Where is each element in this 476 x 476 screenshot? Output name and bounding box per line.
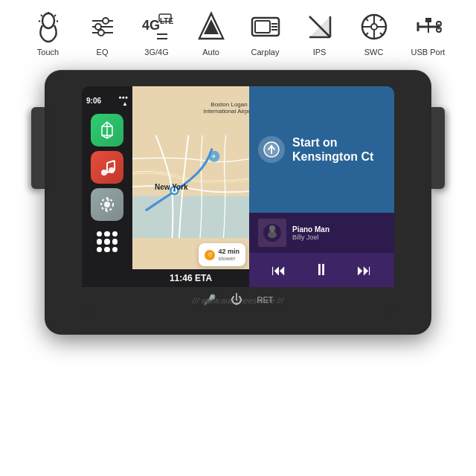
svg-rect-43 bbox=[425, 18, 431, 22]
svg-line-38 bbox=[380, 18, 383, 21]
artist-name: Billy Joel bbox=[292, 234, 385, 241]
eta-bar: 11:46 ETA bbox=[132, 269, 249, 287]
app-music-icon[interactable] bbox=[91, 151, 123, 184]
feature-4g-label: 3G/4G bbox=[144, 48, 168, 57]
feature-touch: Touch bbox=[28, 9, 68, 57]
wifi-indicator: ▲ bbox=[122, 100, 128, 107]
right-panel: Start on Kensington Ct bbox=[249, 86, 394, 287]
ips-icon bbox=[302, 9, 338, 45]
svg-point-54 bbox=[104, 202, 110, 208]
newyork-label: New York bbox=[155, 183, 188, 191]
ret-label[interactable]: RET bbox=[257, 295, 274, 304]
auto-icon bbox=[193, 9, 229, 45]
eq-icon bbox=[85, 9, 120, 45]
song-title: Piano Man bbox=[292, 225, 385, 234]
feature-auto: Auto bbox=[190, 9, 231, 57]
car-head-unit: 9:06 ●●● ▲ bbox=[45, 70, 431, 335]
delay-sub: slower bbox=[218, 255, 239, 262]
svg-line-39 bbox=[365, 33, 368, 36]
navigation-card: Start on Kensington Ct bbox=[249, 86, 394, 213]
feature-carplay-label: Carplay bbox=[251, 48, 280, 57]
album-art bbox=[258, 219, 286, 247]
nav-arrow-icon bbox=[258, 136, 285, 163]
fast-forward-button[interactable]: ⏭ bbox=[357, 262, 372, 279]
svg-text:4G: 4G bbox=[142, 18, 160, 33]
svg-point-68 bbox=[269, 225, 275, 231]
signal-bars: ●●● bbox=[118, 94, 128, 100]
app-settings-icon[interactable] bbox=[91, 188, 123, 221]
feature-usb: USB Port bbox=[408, 9, 448, 57]
touch-icon bbox=[30, 9, 66, 45]
power-icon[interactable]: ⏻ bbox=[231, 293, 242, 306]
svg-point-48 bbox=[101, 170, 107, 176]
device-container: 9:06 ●●● ▲ bbox=[0, 70, 476, 335]
svg-point-10 bbox=[103, 18, 109, 24]
svg-line-4 bbox=[39, 21, 40, 22]
clock-icon: ⏱ bbox=[205, 250, 215, 260]
svg-point-11 bbox=[98, 30, 104, 36]
rewind-button[interactable]: ⏮ bbox=[271, 262, 286, 279]
swc-icon bbox=[356, 9, 392, 45]
feature-carplay: Carplay bbox=[245, 9, 286, 57]
svg-text:✈: ✈ bbox=[211, 153, 216, 160]
svg-rect-22 bbox=[255, 21, 270, 33]
svg-rect-56 bbox=[132, 196, 249, 239]
music-card: Piano Man Billy Joel bbox=[249, 213, 394, 253]
features-bar: Touch EQ 4G LTE 3G/4G bbox=[0, 0, 476, 62]
screen: 9:06 ●●● ▲ bbox=[82, 86, 394, 312]
feature-ips: IPS bbox=[299, 9, 340, 57]
apps-grid-icon[interactable] bbox=[91, 225, 123, 258]
music-controls: ⏮ ⏸ ⏭ bbox=[249, 253, 394, 287]
feature-usb-label: USB Port bbox=[411, 48, 446, 57]
feature-touch-label: Touch bbox=[37, 48, 59, 57]
time-display: 9:06 bbox=[86, 97, 101, 105]
usb-icon bbox=[411, 9, 446, 45]
status-bar: 9:06 ●●● ▲ bbox=[82, 92, 132, 109]
feature-eq-label: EQ bbox=[97, 48, 109, 57]
map-area: ✈ Boston Logan International Airport New… bbox=[132, 86, 249, 287]
sidebar: 9:06 ●●● ▲ bbox=[82, 86, 132, 287]
map-background: ✈ Boston Logan International Airport New… bbox=[132, 86, 249, 287]
svg-line-51 bbox=[107, 161, 115, 163]
bottom-controls: 🎤 ⏻ RET bbox=[82, 287, 394, 312]
svg-line-37 bbox=[380, 33, 383, 36]
carplay-icon bbox=[248, 9, 283, 45]
svg-point-0 bbox=[42, 13, 54, 28]
svg-line-2 bbox=[41, 15, 42, 16]
delay-time: 42 min bbox=[218, 248, 239, 255]
feature-eq: EQ bbox=[82, 9, 123, 57]
svg-line-36 bbox=[365, 18, 368, 21]
nav-instruction: Start on Kensington Ct bbox=[292, 135, 385, 164]
feature-auto-label: Auto bbox=[202, 48, 219, 57]
feature-swc-label: SWC bbox=[364, 48, 384, 57]
svg-point-31 bbox=[371, 24, 377, 30]
svg-point-69 bbox=[268, 232, 277, 238]
svg-line-3 bbox=[54, 15, 56, 16]
pause-button[interactable]: ⏸ bbox=[313, 260, 329, 280]
mic-icon: 🎤 bbox=[203, 294, 216, 306]
app-maps-icon[interactable] bbox=[91, 114, 123, 147]
feature-4g: 4G LTE 3G/4G bbox=[136, 9, 177, 57]
feature-ips-label: IPS bbox=[313, 48, 327, 57]
boston-label: Boston Logan International Airport bbox=[203, 101, 249, 115]
svg-point-9 bbox=[95, 24, 101, 30]
feature-swc: SWC bbox=[353, 9, 394, 57]
carplay-display: 9:06 ●●● ▲ bbox=[82, 86, 394, 287]
music-info: Piano Man Billy Joel bbox=[292, 225, 385, 241]
svg-line-5 bbox=[57, 21, 58, 22]
4g-icon: 4G LTE bbox=[139, 9, 175, 45]
eta-text: 11:46 ETA bbox=[170, 273, 212, 283]
delay-card: ⏱ 42 min slower bbox=[199, 243, 245, 266]
